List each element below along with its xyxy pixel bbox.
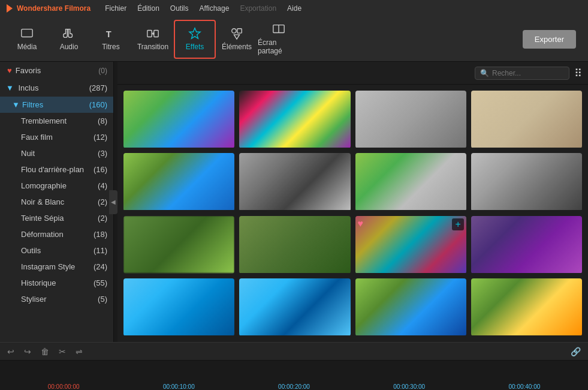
- search-box[interactable]: 🔍: [475, 67, 569, 80]
- sidebar-item-instagram[interactable]: Instagram Style (24): [0, 259, 113, 275]
- link-button[interactable]: 🔗: [568, 346, 583, 358]
- menu-affichage[interactable]: Affichage: [195, 3, 234, 14]
- sidebar-item-lomographie[interactable]: Lomographie (4): [0, 178, 113, 194]
- chevron-down-icon-filtres: ▼: [12, 100, 20, 109]
- search-input[interactable]: [492, 69, 564, 77]
- grid-item-flou-basique[interactable]: ♥+Flou basique: [471, 91, 582, 148]
- grid-item-tourbillon[interactable]: ♥+Tourbillon: [355, 278, 466, 336]
- plus-overlay-icon[interactable]: +: [336, 218, 348, 230]
- cut-button[interactable]: ✂: [56, 346, 68, 358]
- sidebar-deformation-count: (18): [94, 230, 107, 239]
- grid-item-aberration[interactable]: ♥+Aberration chromatique: [239, 91, 350, 148]
- plus-overlay-icon[interactable]: +: [452, 93, 463, 105]
- grid-item-saule[interactable]: ♥+saule: [355, 91, 466, 148]
- grid-item-eclat[interactable]: ♥+Éclat: [123, 278, 234, 336]
- delete-button[interactable]: 🗑: [38, 346, 52, 358]
- plus-overlay-icon[interactable]: +: [221, 93, 232, 105]
- plus-overlay-icon[interactable]: +: [221, 281, 232, 293]
- sidebar-item-teinte-sepia[interactable]: Teinte Sépia (2): [0, 210, 113, 226]
- label-radio: Radio Explike FX: [355, 273, 466, 274]
- plus-overlay-icon[interactable]: +: [452, 155, 463, 167]
- grid-item-aibao[interactable]: ♥+Aibao: [355, 153, 466, 211]
- sidebar-item-tremblement[interactable]: Tremblement (8): [0, 113, 113, 129]
- menu-edition[interactable]: Édition: [132, 3, 164, 14]
- menu-exportation[interactable]: Exportation: [235, 3, 281, 14]
- heart-overlay-icon: ♥: [358, 155, 364, 166]
- sidebar-item-favoris[interactable]: ♥ Favoris (0): [0, 62, 113, 79]
- plus-overlay-icon[interactable]: +: [568, 218, 580, 230]
- main-toolbar: Média Audio T Titres Transition Effets É…: [0, 17, 588, 62]
- sidebar-nuit-label: Nuit: [21, 149, 35, 158]
- grid-item-flou[interactable]: ♥+Flou: [123, 216, 234, 274]
- sidebar-inclus-count: (287): [89, 83, 107, 92]
- toolbar-transition[interactable]: Transition: [132, 20, 174, 59]
- sidebar-item-deformation[interactable]: Déformation (18): [0, 226, 113, 242]
- search-icon: 🔍: [480, 69, 489, 77]
- timeline: ↩ ↪ 🗑 ✂ ⇌ 🔗 00:00:00:00 00:00:10:00 00:0…: [0, 342, 588, 390]
- sidebar-filtres-label: Filtres: [22, 100, 43, 109]
- sidebar-collapse-arrow[interactable]: ◀: [109, 190, 117, 214]
- grid-item-miroir[interactable]: ♥+Miroir: [239, 278, 350, 336]
- label-saule: saule: [355, 148, 466, 148]
- sidebar-tremblement-count: (8): [98, 116, 107, 125]
- toolbar-ecran-partage[interactable]: Écran partagé: [258, 20, 300, 59]
- svg-point-6: [232, 29, 236, 33]
- plus-overlay-icon[interactable]: +: [336, 281, 348, 293]
- heart-overlay-icon: ♥: [242, 218, 248, 229]
- grid-view-icon[interactable]: ⠿: [574, 67, 582, 80]
- toolbar-effets[interactable]: Effets: [174, 20, 216, 59]
- sidebar-item-nuit[interactable]: Nuit (3): [0, 145, 113, 161]
- svg-rect-3: [147, 31, 152, 37]
- grid-item-1977[interactable]: ♥+1977.0: [123, 153, 234, 211]
- sidebar-item-outils[interactable]: Outils (11): [0, 242, 113, 259]
- sidebar: ♥ Favoris (0) ▼ Inclus (287) ▼: [0, 62, 114, 342]
- plus-overlay-icon[interactable]: +: [221, 155, 232, 167]
- menu-outils[interactable]: Outils: [165, 3, 194, 14]
- adjust-button[interactable]: ⇌: [73, 346, 85, 358]
- heart-overlay-icon: ♥: [242, 93, 248, 104]
- svg-rect-7: [237, 29, 242, 33]
- plus-overlay-icon[interactable]: +: [221, 218, 232, 230]
- plus-overlay-icon[interactable]: +: [452, 281, 463, 293]
- grid-item-amaro[interactable]: ♥+Amaro: [239, 216, 350, 274]
- main-wrapper: ♥ Favoris (0) ▼ Inclus (287) ▼: [0, 62, 588, 342]
- grid-item-cendre[interactable]: ♥+Cendre: [471, 153, 582, 211]
- export-button[interactable]: Exporter: [523, 30, 576, 49]
- menu-fichier[interactable]: Fichier: [100, 3, 131, 14]
- menu-bar: Fichier Édition Outils Affichage Exporta…: [100, 3, 306, 14]
- app-logo: Wondershare Filmora: [5, 4, 91, 13]
- toolbar-audio[interactable]: Audio: [48, 20, 90, 59]
- sidebar-inclus-header[interactable]: ▼ Inclus (287): [0, 79, 113, 97]
- grid-item-vieille[interactable]: ♥+Vieille vidéo: [239, 153, 350, 211]
- plus-overlay-icon[interactable]: +: [452, 218, 463, 230]
- sidebar-item-filtres[interactable]: ▼ Filtres (160): [0, 97, 113, 113]
- toolbar-titres[interactable]: T Titres: [90, 20, 132, 59]
- toolbar-media[interactable]: Média: [6, 20, 48, 59]
- grid-item-radio[interactable]: ♥+Radio Explike FX: [355, 216, 466, 274]
- timeline-mark-label-0: 00:00:00:00: [48, 383, 80, 390]
- plus-overlay-icon[interactable]: +: [568, 155, 580, 167]
- grid-item-kaleidoscope[interactable]: ♥+Kaléidoscope: [471, 216, 582, 274]
- grid-item-annees70[interactable]: ♥+Années 70: [123, 91, 234, 148]
- plus-overlay-icon[interactable]: +: [336, 155, 348, 167]
- sidebar-item-historique[interactable]: Historique (55): [0, 275, 113, 291]
- label-cendre: Cendre: [471, 210, 582, 211]
- redo-button[interactable]: ↪: [22, 346, 34, 358]
- toolbar-elements[interactable]: Éléments: [216, 20, 258, 59]
- thumb-aberration: ♥+: [239, 91, 350, 148]
- grid-item-lueur[interactable]: ♥+lueur: [471, 278, 582, 336]
- label-aberration: Aberration chromatique: [239, 148, 350, 148]
- sidebar-item-flou-arriere[interactable]: Flou d'arrière-plan (16): [0, 161, 113, 178]
- thumb-miroir: ♥+: [239, 278, 350, 335]
- sidebar-item-styliser[interactable]: Styliser (5): [0, 291, 113, 307]
- timeline-mark-label-2: 00:00:20:00: [278, 383, 310, 390]
- menu-aide[interactable]: Aide: [282, 3, 306, 14]
- undo-button[interactable]: ↩: [5, 346, 17, 358]
- plus-overlay-icon[interactable]: +: [336, 93, 348, 105]
- sidebar-item-noir-blanc[interactable]: Noir & Blanc (2): [0, 194, 113, 210]
- thumb-amaro: ♥+: [239, 216, 350, 273]
- sidebar-item-faux-film[interactable]: Faux film (12): [0, 129, 113, 145]
- plus-overlay-icon[interactable]: +: [568, 93, 580, 105]
- thumb-flou: ♥+: [123, 216, 234, 273]
- plus-overlay-icon[interactable]: +: [568, 281, 580, 293]
